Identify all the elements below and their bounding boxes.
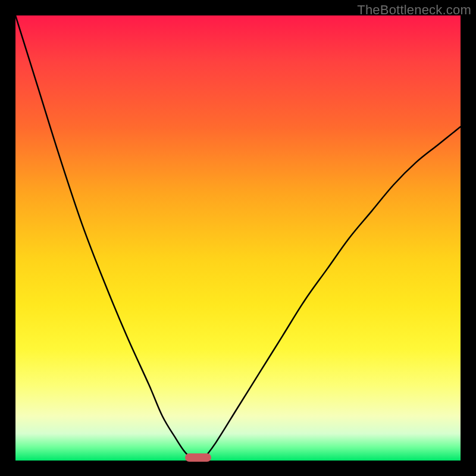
chart-frame: TheBottleneck.com bbox=[0, 0, 476, 476]
curve-right bbox=[202, 127, 461, 461]
curve-left bbox=[15, 15, 193, 461]
plot-area bbox=[15, 15, 461, 461]
curve-layer bbox=[15, 15, 461, 461]
watermark-text: TheBottleneck.com bbox=[357, 2, 471, 18]
bottleneck-marker bbox=[185, 453, 211, 462]
